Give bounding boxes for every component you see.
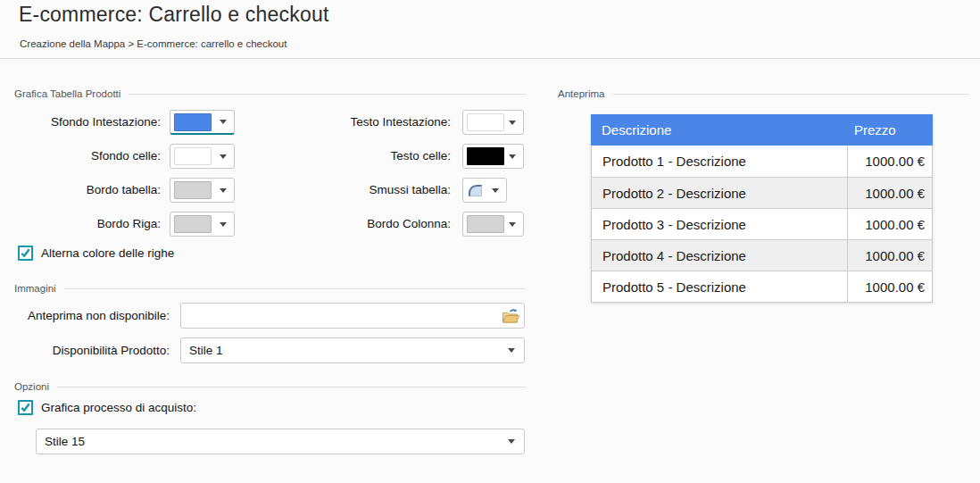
testo-intestazione-label: Testo Intestazione: xyxy=(250,110,451,135)
ecommerce-settings-page: E-commerce: Carrello e checkout Creazion… xyxy=(0,0,980,483)
cell-descrizione: Prodotto 4 - Descrizione xyxy=(592,240,847,271)
sfondo-celle-label: Sfondo celle: xyxy=(0,144,161,169)
grafica-processo-checkbox-row: Grafica processo di acquisto: xyxy=(18,400,196,415)
bordo-colonna-label: Bordo Colonna: xyxy=(250,212,451,237)
dropdown-value: Stile 1 xyxy=(181,344,508,357)
stile-processo-dropdown[interactable]: Stile 15 xyxy=(36,429,525,454)
column-header-descrizione: Descrizione xyxy=(591,122,847,137)
section-rule xyxy=(612,94,968,95)
preview-table-row: Prodotto 2 - Descrizione1000.00 € xyxy=(592,177,932,208)
section-opzioni: Opzioni xyxy=(14,380,526,393)
section-rule xyxy=(129,94,526,95)
header-divider xyxy=(0,58,980,59)
section-rule xyxy=(57,387,526,387)
anteprima-non-disponibile-label: Anteprima non disponibile: xyxy=(0,303,170,329)
chevron-down-icon xyxy=(220,154,227,159)
preview-table-header: Descrizione Prezzo xyxy=(591,114,933,146)
cell-prezzo: 1000.00 € xyxy=(847,178,932,208)
bordo-tabella-label: Bordo tabella: xyxy=(0,178,161,203)
sfondo-intestazione-label: Sfondo Intestazione: xyxy=(0,110,161,135)
preview-table-row: Prodotto 1 - Descrizione1000.00 € xyxy=(592,146,932,177)
bordo-tabella-dropdown[interactable] xyxy=(170,178,235,203)
smussi-tabella-label: Smussi tabella: xyxy=(250,178,451,203)
section-label: Anteprima xyxy=(558,88,604,99)
chevron-down-icon xyxy=(509,121,516,125)
cell-descrizione: Prodotto 1 - Descrizione xyxy=(592,146,847,177)
testo-intestazione-dropdown[interactable] xyxy=(462,110,524,135)
alterna-colore-label: Alterna colore delle righe xyxy=(41,246,174,260)
bordo-riga-dropdown[interactable] xyxy=(170,212,235,237)
section-label: Grafica Tabella Prodotti xyxy=(14,88,120,99)
preview-table: Descrizione Prezzo Prodotto 1 - Descrizi… xyxy=(591,114,933,303)
testo-celle-dropdown[interactable] xyxy=(462,144,524,169)
preview-table-row: Prodotto 4 - Descrizione1000.00 € xyxy=(592,239,932,271)
preview-table-row: Prodotto 3 - Descrizione1000.00 € xyxy=(592,208,932,239)
grafica-processo-label: Grafica processo di acquisto: xyxy=(41,401,196,414)
preview-table-row: Prodotto 5 - Descrizione1000.00 € xyxy=(592,271,932,302)
alterna-colore-checkbox-row: Alterna colore delle righe xyxy=(18,246,174,261)
bordo-riga-label: Bordo Riga: xyxy=(0,212,161,237)
chevron-down-icon xyxy=(220,120,227,124)
testo-intestazione-swatch xyxy=(467,113,504,131)
chevron-down-icon xyxy=(220,222,227,227)
cell-descrizione: Prodotto 2 - Descrizione xyxy=(592,178,847,208)
bordo-riga-swatch xyxy=(174,215,212,233)
rounded-corner-icon xyxy=(469,185,482,196)
cell-prezzo: 1000.00 € xyxy=(847,240,932,271)
testo-celle-label: Testo celle: xyxy=(250,144,451,169)
smussi-tabella-dropdown[interactable] xyxy=(462,178,507,203)
color-field-row: Bordo tabella:Smussi tabella: xyxy=(0,178,536,203)
chevron-down-icon xyxy=(492,188,499,193)
cell-descrizione: Prodotto 3 - Descrizione xyxy=(592,209,847,239)
bordo-colonna-swatch xyxy=(467,215,504,233)
chevron-down-icon xyxy=(220,188,227,193)
color-field-row: Sfondo Intestazione:Testo Intestazione: xyxy=(0,110,536,135)
chevron-down-icon xyxy=(509,154,516,159)
checkmark-icon xyxy=(20,402,31,413)
alterna-colore-checkbox[interactable] xyxy=(18,246,33,261)
color-field-row: Sfondo celle:Testo celle: xyxy=(0,144,536,169)
open-folder-icon[interactable] xyxy=(502,308,519,323)
checkmark-icon xyxy=(20,247,31,259)
bordo-tabella-swatch xyxy=(174,181,212,199)
chevron-down-icon xyxy=(508,439,515,444)
chevron-down-icon xyxy=(509,222,516,227)
disponibilita-prodotto-label: Disponibilità Prodotto: xyxy=(0,337,170,363)
section-grafica-tabella-prodotti: Grafica Tabella Prodotti xyxy=(14,87,526,100)
sfondo-intestazione-dropdown[interactable] xyxy=(170,110,235,135)
page-title: E-commerce: Carrello e checkout xyxy=(19,3,328,27)
dropdown-value: Stile 15 xyxy=(37,435,508,448)
section-anteprima: Anteprima xyxy=(558,87,968,100)
disponibilita-prodotto-dropdown[interactable]: Stile 1 xyxy=(180,337,525,363)
preview-table-body: Prodotto 1 - Descrizione1000.00 €Prodott… xyxy=(591,146,933,303)
cell-prezzo: 1000.00 € xyxy=(847,271,932,302)
section-rule xyxy=(64,288,526,289)
sfondo-intestazione-swatch xyxy=(174,113,212,131)
cell-descrizione: Prodotto 5 - Descrizione xyxy=(592,271,847,302)
cell-prezzo: 1000.00 € xyxy=(847,209,932,239)
sfondo-celle-swatch xyxy=(174,147,212,165)
grafica-processo-checkbox[interactable] xyxy=(18,400,33,415)
testo-celle-swatch xyxy=(467,147,504,165)
anteprima-non-disponibile-input[interactable] xyxy=(180,303,525,329)
cell-prezzo: 1000.00 € xyxy=(847,146,932,177)
sfondo-celle-dropdown[interactable] xyxy=(170,144,235,169)
breadcrumb: Creazione della Mappa > E-commerce: carr… xyxy=(20,38,287,49)
column-header-prezzo: Prezzo xyxy=(847,122,933,137)
section-label: Opzioni xyxy=(14,381,49,392)
section-immagini: Immagini xyxy=(14,282,526,295)
color-field-row: Bordo Riga:Bordo Colonna: xyxy=(0,212,536,237)
section-label: Immagini xyxy=(14,283,56,294)
bordo-colonna-dropdown[interactable] xyxy=(462,212,524,237)
chevron-down-icon xyxy=(508,348,515,353)
